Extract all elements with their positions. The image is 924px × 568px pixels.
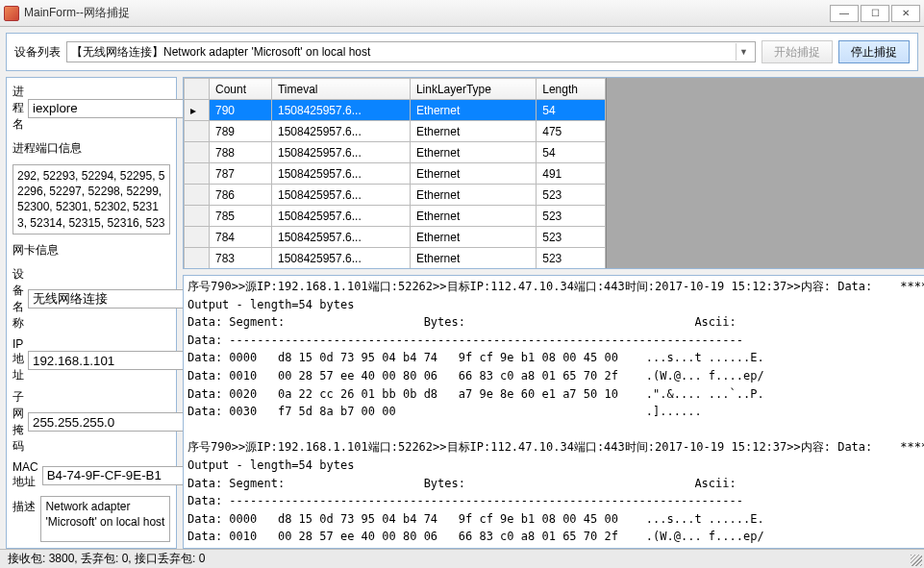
left-pane: 进程名 进程端口信息 292, 52293, 52294, 52295, 522…	[6, 77, 177, 549]
nic-info-label: 网卡信息	[12, 242, 170, 259]
cell-length: 523	[537, 206, 606, 227]
table-row[interactable]: 7851508425957.6...Ethernet523	[185, 206, 606, 227]
app-icon	[4, 6, 19, 21]
mask-label: 子网掩码	[12, 389, 24, 455]
device-list-label: 设备列表	[14, 44, 61, 61]
packet-details[interactable]: 序号790>>源IP:192.168.1.101端口:52262>>目标IP:1…	[183, 275, 924, 549]
ip-input[interactable]	[28, 351, 200, 370]
cell-link: Ethernet	[410, 206, 536, 227]
device-combo-value: 【无线网络连接】Network adapter 'Microsoft' on l…	[71, 44, 736, 61]
col-count[interactable]: Count	[210, 79, 272, 100]
cell-count: 789	[210, 121, 272, 142]
titlebar: MainForm--网络捕捉 — ☐ ✕	[0, 0, 924, 27]
cell-timeval: 1508425957.6...	[271, 227, 410, 248]
table-row[interactable]: 7841508425957.6...Ethernet523	[185, 227, 606, 248]
status-text: 接收包: 3800, 丢弃包: 0, 接口丢弃包: 0	[8, 551, 205, 567]
cell-length: 54	[537, 100, 606, 121]
cell-timeval: 1508425957.6...	[271, 248, 410, 269]
cell-length: 523	[537, 185, 606, 206]
col-linklayer[interactable]: LinkLayerType	[410, 79, 536, 100]
cell-length: 475	[537, 121, 606, 142]
row-indicator	[185, 227, 210, 248]
cell-timeval: 1508425957.6...	[271, 206, 410, 227]
maximize-button[interactable]: ☐	[861, 5, 889, 22]
cell-link: Ethernet	[410, 227, 536, 248]
stop-capture-button[interactable]: 停止捕捉	[838, 40, 910, 63]
device-name-input[interactable]	[28, 289, 200, 309]
packet-grid-wrapper: Count Timeval LinkLayerType Length ▸7901…	[183, 77, 924, 269]
cell-timeval: 1508425957.6...	[271, 121, 410, 142]
desc-label: 描述	[12, 496, 37, 515]
row-indicator	[185, 206, 210, 227]
cell-count: 785	[210, 206, 272, 227]
mask-input[interactable]	[28, 412, 200, 432]
row-indicator	[185, 163, 210, 185]
cell-link: Ethernet	[410, 248, 536, 269]
row-indicator	[185, 248, 210, 269]
window-controls: — ☐ ✕	[830, 5, 920, 22]
process-name-label: 进程名	[12, 84, 24, 133]
window-title: MainForm--网络捕捉	[24, 5, 830, 21]
cell-link: Ethernet	[410, 185, 536, 206]
cell-count: 788	[210, 142, 272, 163]
cell-count: 787	[210, 163, 272, 185]
row-indicator	[185, 185, 210, 206]
status-bar: 接收包: 3800, 丢弃包: 0, 接口丢弃包: 0	[0, 549, 924, 568]
content-area: 进程名 进程端口信息 292, 52293, 52294, 52295, 522…	[0, 77, 924, 549]
cell-timeval: 1508425957.6...	[271, 100, 410, 121]
cell-timeval: 1508425957.6...	[271, 163, 410, 185]
desc-box: Network adapter 'Microsoft' on local hos…	[40, 496, 170, 542]
cell-link: Ethernet	[410, 100, 536, 121]
cell-count: 783	[210, 248, 272, 269]
ip-label: IP地址	[12, 337, 24, 383]
col-length[interactable]: Length	[537, 79, 606, 100]
cell-count: 790	[210, 100, 272, 121]
toolbar: 设备列表 【无线网络连接】Network adapter 'Microsoft'…	[6, 33, 918, 71]
row-indicator: ▸	[185, 100, 210, 121]
chevron-down-icon: ▼	[736, 43, 751, 61]
table-row[interactable]: 7881508425957.6...Ethernet54	[185, 142, 606, 163]
table-row[interactable]: 7861508425957.6...Ethernet523	[185, 185, 606, 206]
row-indicator	[185, 121, 210, 142]
cell-link: Ethernet	[410, 121, 536, 142]
cell-link: Ethernet	[410, 142, 536, 163]
row-header-blank	[185, 79, 210, 100]
device-combo[interactable]: 【无线网络连接】Network adapter 'Microsoft' on l…	[66, 41, 756, 62]
table-row[interactable]: 7871508425957.6...Ethernet491	[185, 163, 606, 185]
cell-link: Ethernet	[410, 163, 536, 185]
resize-grip-icon[interactable]	[911, 555, 922, 566]
cell-length: 54	[537, 142, 606, 163]
row-indicator	[185, 142, 210, 163]
table-row[interactable]: ▸7901508425957.6...Ethernet54	[185, 100, 606, 121]
cell-count: 786	[210, 185, 272, 206]
process-name-input[interactable]	[28, 99, 200, 118]
minimize-button[interactable]: —	[830, 5, 859, 22]
mac-label: MAC地址	[12, 460, 38, 490]
cell-timeval: 1508425957.6...	[271, 185, 410, 206]
right-pane: Count Timeval LinkLayerType Length ▸7901…	[183, 77, 924, 549]
packet-grid[interactable]: Count Timeval LinkLayerType Length ▸7901…	[184, 78, 606, 268]
col-timeval[interactable]: Timeval	[271, 79, 410, 100]
process-port-label: 进程端口信息	[12, 140, 170, 157]
table-row[interactable]: 7831508425957.6...Ethernet523	[185, 248, 606, 269]
cell-length: 523	[537, 248, 606, 269]
device-name-label: 设备名称	[12, 266, 24, 332]
cell-count: 784	[210, 227, 272, 248]
close-button[interactable]: ✕	[891, 5, 920, 22]
start-capture-button: 开始捕捉	[762, 40, 833, 63]
cell-timeval: 1508425957.6...	[271, 142, 410, 163]
process-port-list[interactable]: 292, 52293, 52294, 52295, 52296, 52297, …	[12, 164, 170, 235]
table-row[interactable]: 7891508425957.6...Ethernet475	[185, 121, 606, 142]
cell-length: 491	[537, 163, 606, 185]
cell-length: 523	[537, 227, 606, 248]
